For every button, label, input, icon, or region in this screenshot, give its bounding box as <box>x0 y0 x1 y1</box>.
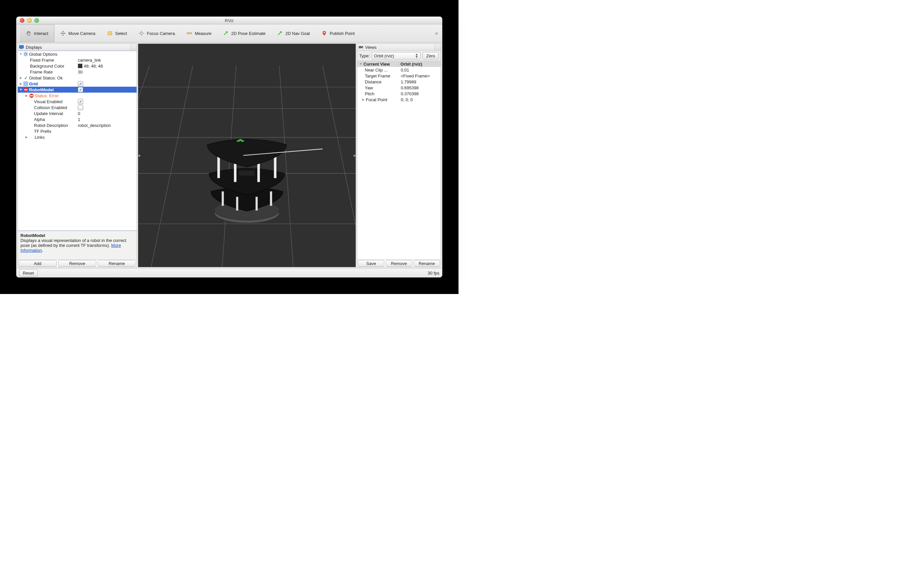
svg-line-17 <box>24 52 25 53</box>
svg-line-20 <box>27 52 28 53</box>
views-header-row[interactable]: Current View Orbit (rviz) <box>357 61 441 67</box>
tool-publish-point[interactable]: Publish Point <box>316 24 361 42</box>
views-row-name: Distance <box>365 79 382 84</box>
tree-row-robotmodel-status[interactable]: Status: Error <box>18 93 136 99</box>
panel-float-button[interactable] <box>434 44 441 50</box>
views-row[interactable]: Near Clip ...0.01 <box>357 67 441 73</box>
tool-label: Move Camera <box>68 31 95 36</box>
views-buttons: Save Remove Rename <box>357 259 441 267</box>
tool-2d-pose-estimate[interactable]: 2D Pose Estimate <box>217 24 272 42</box>
checkbox-icon[interactable]: ✓ <box>78 99 83 104</box>
disclosure-triangle-icon[interactable] <box>25 94 28 97</box>
tree-row-robot-description[interactable]: Robot Description robot_description <box>18 122 136 128</box>
views-tree[interactable]: Current View Orbit (rviz) Near Clip ...0… <box>357 61 441 259</box>
svg-point-12 <box>25 53 27 55</box>
disclosure-triangle-icon[interactable] <box>19 76 23 79</box>
green-arrow-icon <box>277 31 283 36</box>
views-row[interactable]: Distance1.79989 <box>357 79 441 85</box>
tree-row-background-color[interactable]: Background Color 48; 48; 48 <box>18 63 136 69</box>
tree-value: 48; 48; 48 <box>84 64 103 69</box>
views-row-name: Yaw <box>365 86 373 90</box>
svg-rect-41 <box>270 192 272 206</box>
tree-label: RobotModel <box>29 87 54 92</box>
left-splitter-handle[interactable]: ◀ <box>138 149 140 162</box>
statusbar: Reset 30 fps <box>16 268 442 277</box>
disclosure-triangle-icon[interactable] <box>25 136 28 139</box>
displays-buttons: Add Remove Rename <box>18 259 136 267</box>
disclosure-triangle-icon[interactable] <box>19 82 23 86</box>
views-row[interactable]: Pitch0.370398 <box>357 90 441 97</box>
disclosure-triangle-icon[interactable] <box>19 88 23 91</box>
green-arrow-icon <box>223 31 228 36</box>
tool-measure[interactable]: Measure <box>181 24 217 42</box>
tool-select[interactable]: Select <box>101 24 133 42</box>
tool-move-camera[interactable]: Move Camera <box>54 24 101 42</box>
reset-button[interactable]: Reset <box>19 269 37 276</box>
zero-button[interactable]: Zero <box>423 52 439 59</box>
right-splitter-handle[interactable]: ▶ <box>353 149 356 162</box>
tree-row-alpha[interactable]: Alpha 1 <box>18 116 136 122</box>
tool-label: Publish Point <box>329 31 355 36</box>
tree-value: 30 <box>78 69 83 74</box>
tree-row-tf-prefix[interactable]: TF Prefix <box>18 128 136 134</box>
displays-panel-header[interactable]: Displays <box>18 44 136 51</box>
views-panel: Views Type: Orbit (rviz) ▲▼ Zero Current… <box>357 44 441 267</box>
checkbox-icon[interactable]: ✓ <box>78 87 83 92</box>
remove-view-button[interactable]: Remove <box>386 260 412 267</box>
add-display-button[interactable]: Add <box>18 260 57 267</box>
toolbar-drag-handle[interactable] <box>16 24 19 42</box>
tool-label: Select <box>115 31 127 36</box>
disclosure-triangle-icon[interactable] <box>361 98 365 101</box>
tree-row-collision-enabled[interactable]: Collision Enabled ✓ <box>18 105 136 110</box>
views-row[interactable]: Target Frame<Fixed Frame> <box>357 73 441 79</box>
hand-pointer-icon <box>26 31 31 36</box>
tool-2d-nav-goal[interactable]: 2D Nav Goal <box>272 24 316 42</box>
tool-interact[interactable]: Interact <box>20 24 54 42</box>
checkbox-icon[interactable]: ✓ <box>78 81 83 86</box>
tool-focus-camera[interactable]: Focus Camera <box>133 24 181 42</box>
tool-label: 2D Nav Goal <box>285 31 310 36</box>
tree-row-links[interactable]: Links <box>18 134 136 140</box>
toolbar-overflow-button[interactable]: » <box>431 24 442 42</box>
views-header-value: Orbit (rviz) <box>399 61 441 66</box>
tree-value: 0 <box>78 111 80 116</box>
disclosure-triangle-icon[interactable] <box>359 62 363 66</box>
description-title: RobotModel <box>21 233 134 238</box>
tree-label: Fixed Frame <box>30 58 54 63</box>
viewport-3d[interactable]: ◀ ▶ <box>138 44 356 267</box>
viewport-render <box>138 44 356 267</box>
tree-row-visual-enabled[interactable]: Visual Enabled ✓ <box>18 99 136 105</box>
save-view-button[interactable]: Save <box>358 260 384 267</box>
view-type-select[interactable]: Orbit (rviz) ▲▼ <box>372 52 421 59</box>
views-panel-header[interactable]: Views <box>357 44 441 51</box>
error-icon <box>29 93 34 98</box>
tree-row-robotmodel[interactable]: RobotModel ✓ <box>18 87 136 93</box>
checkbox-icon[interactable]: ✓ <box>78 105 83 110</box>
tree-row-global-status[interactable]: ✓ Global Status: Ok <box>18 75 136 81</box>
tree-row-update-interval[interactable]: Update Interval 0 <box>18 110 136 116</box>
views-row[interactable]: Focal Point0; 0; 0 <box>357 97 441 102</box>
views-row-value: 0.695398 <box>399 86 441 90</box>
camera-icon <box>358 45 363 49</box>
rename-display-button[interactable]: Rename <box>98 260 136 267</box>
tree-label: Background Color <box>30 64 64 69</box>
type-label: Type: <box>359 53 370 58</box>
remove-display-button[interactable]: Remove <box>58 260 96 267</box>
tree-row-grid[interactable]: Grid ✓ <box>18 81 136 87</box>
svg-rect-40 <box>222 192 224 206</box>
views-row-value: 0.370398 <box>399 91 441 96</box>
svg-rect-43 <box>256 197 258 210</box>
tree-value: robot_description <box>78 123 111 128</box>
tree-row-global-options[interactable]: Global Options <box>18 51 136 57</box>
views-row-value: 0.01 <box>399 68 441 73</box>
rename-view-button[interactable]: Rename <box>414 260 440 267</box>
tree-row-fixed-frame[interactable]: Fixed Frame camera_link <box>18 57 136 63</box>
views-row[interactable]: Yaw0.695398 <box>357 85 441 90</box>
tree-row-frame-rate[interactable]: Frame Rate 30 <box>18 69 136 75</box>
displays-tree[interactable]: Global Options Fixed Frame camera_link B… <box>18 51 136 231</box>
panel-float-button[interactable] <box>130 44 136 50</box>
tree-label: Status: Error <box>35 93 59 98</box>
svg-rect-10 <box>19 45 24 48</box>
disclosure-triangle-icon[interactable] <box>19 52 23 56</box>
crosshair-icon <box>139 31 144 36</box>
